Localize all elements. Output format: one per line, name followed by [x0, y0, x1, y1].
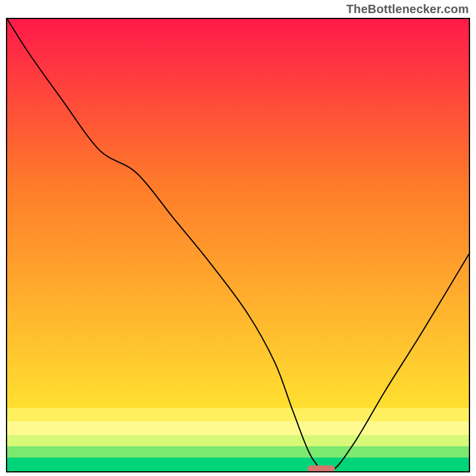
curve-layer	[7, 19, 469, 471]
bottleneck-curve	[7, 19, 469, 471]
chart-frame: TheBottlenecker.com	[0, 0, 476, 476]
plot-area	[6, 18, 470, 472]
watermark-text: TheBottlenecker.com	[346, 2, 469, 16]
optimal-marker	[307, 465, 335, 471]
